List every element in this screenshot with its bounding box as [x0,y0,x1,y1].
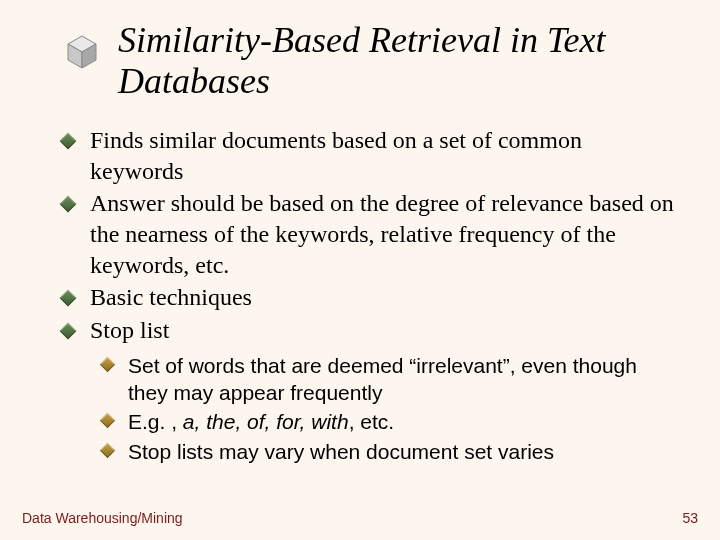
sub-diamond-icon [100,357,116,373]
sub-bullet-text: Stop lists may vary when document set va… [128,440,554,463]
sub-bullet-text: Set of words that are deemed “irrelevant… [128,354,637,404]
slide-footer: Data Warehousing/Mining 53 [22,510,698,526]
sub-diamond-icon [100,442,116,458]
cube-icon [60,30,104,74]
bullet-text: Answer should be based on the degree of … [90,190,674,277]
title-block: Similarity-Based Retrieval in Text Datab… [60,20,680,103]
slide-content: Similarity-Based Retrieval in Text Datab… [0,0,720,465]
sub-bullet-prefix: E.g. , [128,410,183,433]
footer-left: Data Warehousing/Mining [22,510,183,526]
main-bullet-list: Finds similar documents based on a set o… [62,125,680,346]
sub-bullet-item: E.g. , a, the, of, for, with, etc. [102,408,680,435]
bullet-text: Stop list [90,317,169,343]
slide-title: Similarity-Based Retrieval in Text Datab… [118,20,680,103]
sub-bullet-italic: a, the, of, for, with [183,410,349,433]
sub-bullet-item: Set of words that are deemed “irrelevant… [102,352,680,407]
bullet-text: Finds similar documents based on a set o… [90,127,582,184]
diamond-icon [60,323,77,340]
bullet-text: Basic techniques [90,284,252,310]
bullet-item: Finds similar documents based on a set o… [62,125,680,186]
footer-page-number: 53 [682,510,698,526]
sub-diamond-icon [100,413,116,429]
sub-bullet-suffix: , etc. [349,410,395,433]
diamond-icon [60,290,77,307]
bullet-item: Basic techniques [62,282,680,313]
bullet-item: Answer should be based on the degree of … [62,188,680,280]
bullet-item: Stop list [62,315,680,346]
sub-bullet-item: Stop lists may vary when document set va… [102,438,680,465]
diamond-icon [60,132,77,149]
diamond-icon [60,196,77,213]
sub-bullet-list: Set of words that are deemed “irrelevant… [102,352,680,465]
